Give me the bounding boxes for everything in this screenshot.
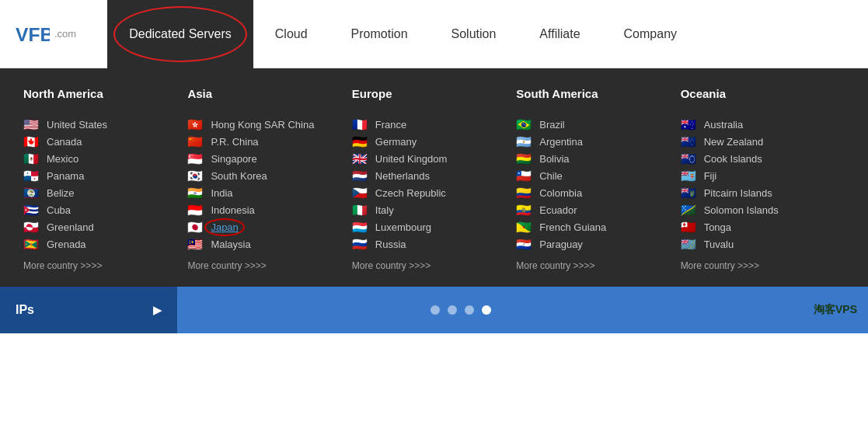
country-item-paraguay[interactable]: 🇵🇾Paraguay bbox=[516, 235, 680, 253]
nav-item-dedicated-servers[interactable]: Dedicated Servers bbox=[107, 0, 253, 68]
flag-grenada: 🇬🇩 bbox=[23, 239, 40, 249]
flag-fiji: 🇫🇯 bbox=[681, 170, 698, 181]
country-name-cook-islands: Cook Islands bbox=[704, 153, 762, 165]
country-item-tonga[interactable]: 🇹🇴Tonga bbox=[681, 218, 845, 235]
flag-united-kingdom: 🇬🇧 bbox=[352, 153, 369, 164]
more-link-south-america[interactable]: More country >>>> bbox=[516, 260, 680, 271]
country-item-belize[interactable]: 🇧🇿Belize bbox=[23, 184, 187, 201]
more-link-asia[interactable]: More country >>>> bbox=[187, 260, 351, 271]
nav-item-company[interactable]: Company bbox=[602, 0, 699, 68]
flag-tuvalu: 🇹🇻 bbox=[681, 239, 698, 249]
country-name-czech-republic: Czech Republic bbox=[375, 187, 446, 199]
country-item-grenada[interactable]: 🇬🇩Grenada bbox=[23, 235, 187, 253]
carousel-dot-3[interactable] bbox=[465, 305, 474, 315]
flag-pitcairn-islands: 🇵🇳 bbox=[681, 187, 698, 198]
more-link-europe[interactable]: More country >>>> bbox=[352, 260, 516, 271]
country-name-united-states: United States bbox=[47, 119, 107, 131]
country-item-united-kingdom[interactable]: 🇬🇧United Kingdom bbox=[352, 150, 516, 167]
country-list-south-america: 🇧🇷Brazil🇦🇷Argentina🇧🇴Bolivia🇨🇱Chile🇨🇴Col… bbox=[516, 116, 680, 253]
country-name-greenland: Greenland bbox=[47, 221, 94, 233]
flag-brazil: 🇧🇷 bbox=[516, 119, 533, 130]
country-item-french-guiana[interactable]: 🇬🇫French Guiana bbox=[516, 218, 680, 235]
flag-solomon-islands: 🇸🇧 bbox=[681, 204, 698, 215]
country-name-argentina: Argentina bbox=[539, 136, 583, 148]
country-name-malaysia: Malaysia bbox=[211, 239, 250, 250]
country-item-canada[interactable]: 🇨🇦Canada bbox=[23, 133, 187, 150]
nav-item-solution[interactable]: Solution bbox=[430, 0, 518, 68]
flag-mexico: 🇲🇽 bbox=[23, 153, 40, 164]
header: VFB .com Dedicated Servers Cloud Promoti… bbox=[0, 0, 868, 68]
country-name-solomon-islands: Solomon Islands bbox=[704, 204, 779, 216]
nav-item-promotion[interactable]: Promotion bbox=[329, 0, 430, 68]
country-item-fiji[interactable]: 🇫🇯Fiji bbox=[681, 167, 845, 184]
country-item-argentina[interactable]: 🇦🇷Argentina bbox=[516, 133, 680, 150]
country-item-p.r.-china[interactable]: 🇨🇳P.R. China bbox=[187, 133, 351, 150]
country-link-japan[interactable]: Japan bbox=[211, 221, 238, 233]
country-name-tuvalu: Tuvalu bbox=[704, 239, 734, 250]
country-name-chile: Chile bbox=[539, 170, 563, 182]
country-name-fiji: Fiji bbox=[704, 170, 717, 182]
bottom-bar: IPs ▶ 淘客VPS bbox=[0, 287, 868, 333]
country-name-panama: Panama bbox=[47, 170, 84, 182]
flag-italy: 🇮🇹 bbox=[352, 204, 369, 215]
region-title-south-america: South America bbox=[516, 87, 680, 105]
country-item-ecuador[interactable]: 🇪🇨Ecuador bbox=[516, 201, 680, 218]
country-item-singapore[interactable]: 🇸🇬Singapore bbox=[187, 150, 351, 167]
country-name-mexico: Mexico bbox=[47, 153, 78, 165]
carousel-dot-2[interactable] bbox=[448, 305, 457, 315]
flag-russia: 🇷🇺 bbox=[352, 239, 369, 249]
country-item-italy[interactable]: 🇮🇹Italy bbox=[352, 201, 516, 218]
flag-colombia: 🇨🇴 bbox=[516, 187, 533, 198]
country-item-panama[interactable]: 🇵🇦Panama bbox=[23, 167, 187, 184]
country-name-paraguay: Paraguay bbox=[539, 239, 583, 250]
sidebar-ip[interactable]: IPs ▶ bbox=[0, 287, 177, 333]
country-item-cuba[interactable]: 🇨🇺Cuba bbox=[23, 201, 187, 218]
country-item-australia[interactable]: 🇦🇺Australia bbox=[681, 116, 845, 133]
country-name-brazil: Brazil bbox=[539, 119, 565, 131]
country-item-new-zealand[interactable]: 🇳🇿New Zealand bbox=[681, 133, 845, 150]
country-name-india: India bbox=[211, 187, 232, 199]
country-item-france[interactable]: 🇫🇷France bbox=[352, 116, 516, 133]
carousel-dot-1[interactable] bbox=[431, 305, 440, 315]
flag-hong-kong-sar-china: 🇭🇰 bbox=[187, 119, 204, 130]
country-item-solomon-islands[interactable]: 🇸🇧Solomon Islands bbox=[681, 201, 845, 218]
country-name-united-kingdom: United Kingdom bbox=[375, 153, 448, 165]
country-list-oceania: 🇦🇺Australia🇳🇿New Zealand🇨🇰Cook Islands🇫🇯… bbox=[681, 116, 845, 253]
country-item-tuvalu[interactable]: 🇹🇻Tuvalu bbox=[681, 235, 845, 253]
country-item-czech-republic[interactable]: 🇨🇿Czech Republic bbox=[352, 184, 516, 201]
country-item-united-states[interactable]: 🇺🇸United States bbox=[23, 116, 187, 133]
country-item-india[interactable]: 🇮🇳India bbox=[187, 184, 351, 201]
country-item-greenland[interactable]: 🇬🇱Greenland bbox=[23, 218, 187, 235]
country-item-pitcairn-islands[interactable]: 🇵🇳Pitcairn Islands bbox=[681, 184, 845, 201]
country-item-chile[interactable]: 🇨🇱Chile bbox=[516, 167, 680, 184]
country-item-colombia[interactable]: 🇨🇴Colombia bbox=[516, 184, 680, 201]
country-item-indonesia[interactable]: 🇮🇩Indonesia bbox=[187, 201, 351, 218]
country-name-france: France bbox=[375, 119, 406, 131]
region-col-north-america: North America🇺🇸United States🇨🇦Canada🇲🇽Me… bbox=[23, 87, 187, 271]
country-item-brazil[interactable]: 🇧🇷Brazil bbox=[516, 116, 680, 133]
nav-item-affiliate[interactable]: Affiliate bbox=[518, 0, 601, 68]
country-item-japan[interactable]: 🇯🇵Japan bbox=[187, 218, 351, 235]
country-item-bolivia[interactable]: 🇧🇴Bolivia bbox=[516, 150, 680, 167]
country-item-mexico[interactable]: 🇲🇽Mexico bbox=[23, 150, 187, 167]
sidebar-ip-label: IPs bbox=[16, 303, 34, 317]
country-item-cook-islands[interactable]: 🇨🇰Cook Islands bbox=[681, 150, 845, 167]
more-link-north-america[interactable]: More country >>>> bbox=[23, 260, 187, 271]
more-link-oceania[interactable]: More country >>>> bbox=[681, 260, 845, 271]
country-name-luxembourg: Luxembourg bbox=[375, 221, 431, 233]
country-item-hong-kong-sar-china[interactable]: 🇭🇰Hong Kong SAR China bbox=[187, 116, 351, 133]
country-name-indonesia: Indonesia bbox=[211, 204, 254, 216]
country-item-netherlands[interactable]: 🇳🇱Netherlands bbox=[352, 167, 516, 184]
carousel-dot-4[interactable] bbox=[482, 305, 491, 315]
country-name-italy: Italy bbox=[375, 204, 394, 216]
country-item-germany[interactable]: 🇩🇪Germany bbox=[352, 133, 516, 150]
nav-item-cloud[interactable]: Cloud bbox=[253, 0, 329, 68]
country-item-luxembourg[interactable]: 🇱🇺Luxembourg bbox=[352, 218, 516, 235]
svg-text:VFB: VFB bbox=[16, 23, 50, 44]
country-item-south-korea[interactable]: 🇰🇷South Korea bbox=[187, 167, 351, 184]
country-item-russia[interactable]: 🇷🇺Russia bbox=[352, 235, 516, 253]
flag-malaysia: 🇲🇾 bbox=[187, 239, 204, 249]
flag-paraguay: 🇵🇾 bbox=[516, 239, 533, 249]
flag-united-states: 🇺🇸 bbox=[23, 119, 40, 130]
country-item-malaysia[interactable]: 🇲🇾Malaysia bbox=[187, 235, 351, 253]
